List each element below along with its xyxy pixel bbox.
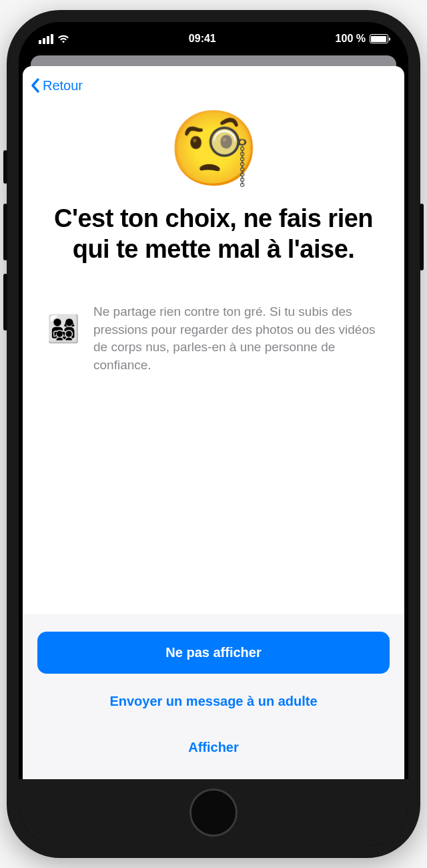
mute-switch [3,150,7,184]
phone-screen: 09:41 100 % Retour [19,22,408,846]
sheet-backdrop: Retour 🧐 C'est ton choix, ne fais rien q… [19,55,408,779]
nav-bar: Retour [23,66,404,105]
battery-icon [370,34,388,43]
family-emoji-icon: 👨‍👩‍👧‍👦 [47,315,80,342]
power-button [420,204,424,270]
home-button-area [19,779,408,846]
volume-up-button [3,204,7,260]
back-button[interactable]: Retour [31,77,83,93]
info-text: Ne partage rien contre ton gré. Si tu su… [93,303,380,374]
status-time: 09:41 [189,33,216,45]
button-tray: Ne pas afficher Envoyer un message à un … [23,614,404,779]
status-left [39,34,69,44]
modal-sheet: Retour 🧐 C'est ton choix, ne fais rien q… [23,66,404,779]
message-adult-button[interactable]: Envoyer un message à un adulte [37,683,390,720]
back-label: Retour [43,78,83,93]
battery-percentage: 100 % [336,33,366,45]
dont-show-button[interactable]: Ne pas afficher [37,632,390,674]
cellular-signal-icon [39,34,53,44]
volume-down-button [3,274,7,331]
show-button[interactable]: Afficher [37,729,390,766]
status-right: 100 % [336,33,388,45]
phone-frame: 09:41 100 % Retour [7,10,420,858]
monocle-emoji-icon: 🧐 [168,112,260,185]
home-button[interactable] [189,789,238,837]
chevron-left-icon [31,77,40,93]
screen-content: 09:41 100 % Retour [19,22,408,779]
status-bar: 09:41 100 % [19,22,408,55]
content-area: 🧐 C'est ton choix, ne fais rien qui te m… [23,105,404,614]
wifi-icon [57,34,69,43]
page-title: C'est ton choix, ne fais rien qui te met… [43,204,384,264]
info-row: 👨‍👩‍👧‍👦 Ne partage rien contre ton gré. … [43,303,384,374]
